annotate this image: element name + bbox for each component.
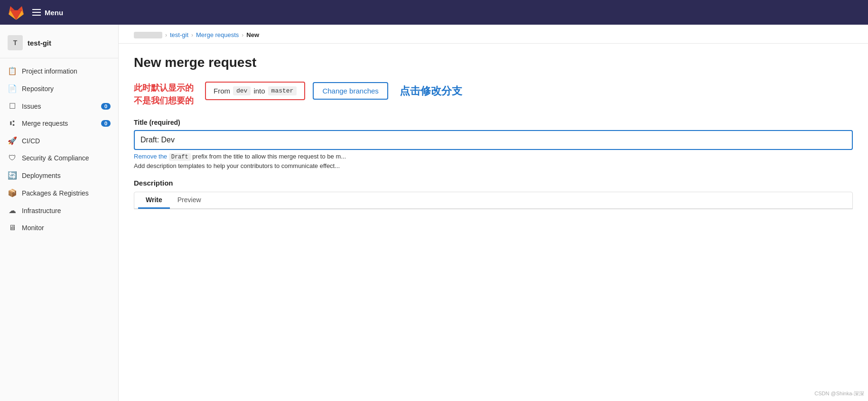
sidebar-item-label: Monitor bbox=[22, 224, 44, 232]
merge-requests-icon: ⑆ bbox=[8, 119, 17, 128]
sidebar-item-label: Packages & Registries bbox=[22, 189, 89, 197]
deployments-icon: 🔄 bbox=[8, 171, 17, 180]
description-templates-link[interactable]: description templates bbox=[147, 162, 205, 169]
sidebar-header: T test-git bbox=[0, 30, 118, 58]
repository-icon: 📄 bbox=[8, 84, 17, 93]
tab-write[interactable]: Write bbox=[138, 192, 170, 209]
breadcrumb-project[interactable]: test-git bbox=[170, 31, 188, 38]
breadcrumb-home-placeholder bbox=[134, 32, 162, 38]
hint-description-templates: Add description templates to help your c… bbox=[134, 162, 853, 169]
sidebar-item-label: Merge requests bbox=[22, 120, 68, 127]
page-title: New merge request bbox=[134, 55, 853, 70]
branch-info-box: From dev into master bbox=[205, 82, 305, 100]
sidebar-item-monitor[interactable]: 🖥 Monitor bbox=[0, 219, 118, 236]
sidebar-item-packages-registries[interactable]: 📦 Packages & Registries bbox=[0, 184, 118, 202]
sidebar-item-label: Security & Compliance bbox=[22, 154, 89, 162]
gitlab-logo bbox=[8, 4, 25, 21]
sidebar-item-label: Project information bbox=[22, 67, 77, 75]
sidebar-item-cicd[interactable]: 🚀 CI/CD bbox=[0, 132, 118, 149]
sidebar: T test-git 📋 Project information 📄 Repos… bbox=[0, 25, 119, 401]
hamburger-icon bbox=[32, 9, 41, 16]
annotation-left: 此时默认显示的 不是我们想要的 bbox=[134, 82, 194, 107]
top-navigation: Menu bbox=[0, 0, 868, 25]
hint-remove-draft: Remove the Draft prefix from the title t… bbox=[134, 153, 853, 160]
remove-link[interactable]: Remove the bbox=[134, 153, 167, 160]
menu-label: Menu bbox=[45, 9, 63, 17]
description-label: Description bbox=[134, 179, 853, 187]
issues-icon: ☐ bbox=[8, 102, 17, 111]
sidebar-item-label: Issues bbox=[22, 103, 41, 110]
sidebar-item-label: Deployments bbox=[22, 172, 61, 179]
project-information-icon: 📋 bbox=[8, 66, 17, 75]
description-editor: Write Preview bbox=[134, 192, 853, 209]
monitor-icon: 🖥 bbox=[8, 224, 17, 232]
sidebar-item-label: CI/CD bbox=[22, 137, 40, 145]
watermark: CSDN @Shinka-深深 bbox=[814, 390, 864, 397]
merge-requests-badge: 0 bbox=[101, 120, 111, 127]
sidebar-item-label: Infrastructure bbox=[22, 207, 61, 214]
sidebar-item-project-information[interactable]: 📋 Project information bbox=[0, 62, 118, 80]
annotation-right: 点击修改分支 bbox=[400, 84, 462, 98]
page-content: New merge request 此时默认显示的 不是我们想要的 From d… bbox=[119, 44, 868, 221]
sidebar-item-infrastructure[interactable]: ☁ Infrastructure bbox=[0, 202, 118, 219]
branch-selection-container: 此时默认显示的 不是我们想要的 From dev into master Cha… bbox=[134, 82, 853, 107]
menu-button[interactable]: Menu bbox=[32, 9, 63, 17]
avatar: T bbox=[8, 35, 23, 50]
infrastructure-icon: ☁ bbox=[8, 206, 17, 215]
sidebar-item-security-compliance[interactable]: 🛡 Security & Compliance bbox=[0, 149, 118, 167]
prefix-label: prefix from the title to allow this merg… bbox=[192, 153, 346, 160]
title-input[interactable] bbox=[134, 130, 853, 150]
tab-preview[interactable]: Preview bbox=[170, 192, 209, 209]
change-branches-button[interactable]: Change branches bbox=[313, 82, 388, 100]
main-layout: T test-git 📋 Project information 📄 Repos… bbox=[0, 25, 868, 401]
breadcrumb: › test-git › Merge requests › New bbox=[119, 25, 868, 44]
sidebar-item-label: Repository bbox=[22, 85, 54, 93]
sidebar-item-issues[interactable]: ☐ Issues 0 bbox=[0, 97, 118, 115]
branch-row: From dev into master Change branches 点击修… bbox=[205, 82, 462, 100]
packages-icon: 📦 bbox=[8, 188, 17, 197]
draft-code: Draft bbox=[169, 153, 191, 161]
branch-from-label: From bbox=[214, 87, 230, 95]
branch-from-code: dev bbox=[233, 86, 251, 95]
issues-badge: 0 bbox=[101, 103, 111, 110]
sidebar-item-repository[interactable]: 📄 Repository bbox=[0, 80, 118, 97]
breadcrumb-current: New bbox=[246, 31, 259, 38]
sidebar-item-merge-requests[interactable]: ⑆ Merge requests 0 bbox=[0, 115, 118, 132]
security-icon: 🛡 bbox=[8, 154, 17, 162]
main-content: › test-git › Merge requests › New New me… bbox=[119, 25, 868, 401]
cicd-icon: 🚀 bbox=[8, 136, 17, 145]
project-name: test-git bbox=[28, 39, 51, 47]
description-tab-bar: Write Preview bbox=[134, 192, 852, 209]
branch-into-label: into bbox=[253, 87, 265, 95]
breadcrumb-section[interactable]: Merge requests bbox=[196, 31, 239, 38]
title-field-label: Title (required) bbox=[134, 119, 853, 126]
branch-into-code: master bbox=[268, 86, 297, 95]
sidebar-item-deployments[interactable]: 🔄 Deployments bbox=[0, 167, 118, 184]
